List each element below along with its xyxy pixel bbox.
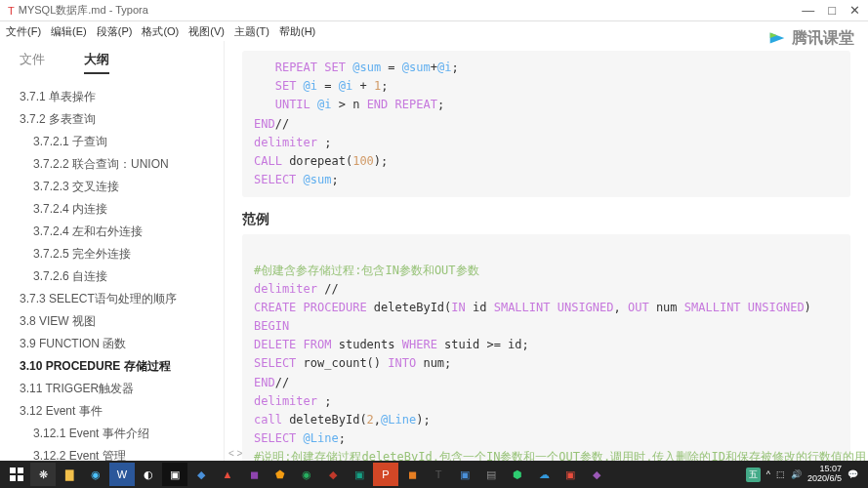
outline-item[interactable]: 3.8 VIEW 视图 bbox=[0, 310, 224, 333]
svg-rect-2 bbox=[10, 468, 16, 473]
tray-network-icon[interactable]: ⬚ bbox=[776, 469, 785, 479]
tb-app-1[interactable]: ❋ bbox=[30, 463, 56, 486]
menu-file[interactable]: 文件(F) bbox=[6, 24, 41, 39]
outline-item[interactable]: 3.12.2 Event 管理 bbox=[0, 445, 224, 461]
outline-list: 3.7.1 单表操作3.7.2 多表查询3.7.2.1 子查询3.7.2.2 联… bbox=[0, 82, 224, 461]
taskbar: ❋ ▇ ◉ W ◐ ▣ ◆ ▲ ◼ ⬟ ◉ ◆ ▣ P ◼ T ▣ ▤ ⬢ ☁ … bbox=[0, 461, 868, 488]
outline-item[interactable]: 3.7.2.2 联合查询：UNION bbox=[0, 153, 224, 176]
tb-app-2[interactable]: ◆ bbox=[188, 463, 214, 486]
tb-powerpoint[interactable]: P bbox=[373, 463, 398, 486]
tray-expand-icon[interactable]: ^ bbox=[766, 469, 770, 479]
outline-item[interactable]: 3.12 Event 事件 bbox=[0, 400, 224, 423]
outline-item[interactable]: 3.7.1 单表操作 bbox=[0, 86, 224, 108]
tb-app-5[interactable]: ⬟ bbox=[268, 463, 293, 486]
svg-rect-4 bbox=[10, 475, 16, 481]
heading-example: 范例 bbox=[242, 211, 850, 228]
menu-theme[interactable]: 主题(T) bbox=[234, 24, 269, 39]
svg-rect-5 bbox=[18, 475, 23, 481]
tb-app-8[interactable]: ▣ bbox=[347, 463, 372, 486]
tb-chrome[interactable]: ◐ bbox=[136, 463, 161, 486]
tb-app-3[interactable]: ▲ bbox=[215, 463, 240, 486]
sidebar-tab-file[interactable]: 文件 bbox=[20, 51, 45, 74]
sidebar: 文件 大纲 3.7.1 单表操作3.7.2 多表查询3.7.2.1 子查询3.7… bbox=[0, 41, 225, 461]
outline-item[interactable]: 3.7.2 多表查询 bbox=[0, 108, 224, 131]
outline-item[interactable]: 3.7.3 SELECT语句处理的顺序 bbox=[0, 288, 224, 310]
app-icon: T bbox=[8, 5, 15, 17]
menu-edit[interactable]: 编辑(E) bbox=[51, 24, 87, 39]
tb-terminal[interactable]: ▣ bbox=[162, 463, 187, 486]
system-tray[interactable]: 五 ^ ⬚ 🔊 15:07 2020/6/5 💬 bbox=[746, 465, 864, 484]
tb-app-13[interactable]: ⬢ bbox=[505, 463, 530, 486]
maximize-button[interactable]: □ bbox=[828, 3, 836, 18]
outline-item[interactable]: 3.7.2.4 左和右外连接 bbox=[0, 221, 224, 243]
tb-app-15[interactable]: ▣ bbox=[558, 463, 583, 486]
outline-item[interactable]: 3.12.1 Event 事件介绍 bbox=[0, 423, 224, 445]
minimize-button[interactable]: — bbox=[802, 3, 814, 18]
menu-help[interactable]: 帮助(H) bbox=[279, 24, 315, 39]
tb-app-14[interactable]: ☁ bbox=[531, 463, 557, 486]
tb-app-16[interactable]: ◆ bbox=[584, 463, 609, 486]
close-button[interactable]: ✕ bbox=[849, 3, 860, 18]
tb-app-9[interactable]: ◼ bbox=[399, 463, 425, 486]
titlebar: T MYSQL数据库.md - Typora — □ ✕ bbox=[0, 0, 868, 21]
window-title: MYSQL数据库.md - Typora bbox=[19, 3, 802, 18]
outline-item[interactable]: 3.9 FUNCTION 函数 bbox=[0, 333, 224, 355]
outline-item[interactable]: 3.7.2.6 自连接 bbox=[0, 265, 224, 288]
outline-item[interactable]: 3.7.2.5 完全外连接 bbox=[0, 243, 224, 265]
outline-item[interactable]: 3.7.2.1 子查询 bbox=[0, 131, 224, 153]
tb-app-12[interactable]: ▤ bbox=[478, 463, 504, 486]
editor-main[interactable]: REPEAT SET @sum = @sum+@i; SET @i = @i +… bbox=[225, 41, 868, 461]
codeblock-dorepeat[interactable]: REPEAT SET @sum = @sum+@i; SET @i = @i +… bbox=[242, 51, 850, 197]
tb-app-7[interactable]: ◆ bbox=[320, 463, 346, 486]
tb-app-6[interactable]: ◉ bbox=[294, 463, 319, 486]
tb-explorer[interactable]: ▇ bbox=[57, 463, 82, 486]
tb-word[interactable]: W bbox=[109, 463, 135, 486]
start-button[interactable] bbox=[4, 463, 29, 486]
tb-app-4[interactable]: ◼ bbox=[241, 463, 267, 486]
brand-watermark: 腾讯课堂 bbox=[766, 27, 854, 49]
tb-edge[interactable]: ◉ bbox=[83, 463, 108, 486]
outline-item[interactable]: 3.11 TRIGGER触发器 bbox=[0, 378, 224, 400]
tray-clock[interactable]: 15:07 2020/6/5 bbox=[807, 465, 842, 484]
svg-rect-3 bbox=[18, 468, 23, 473]
tray-notification-icon[interactable]: 💬 bbox=[847, 469, 858, 479]
menubar: 文件(F) 编辑(E) 段落(P) 格式(O) 视图(V) 主题(T) 帮助(H… bbox=[0, 21, 868, 41]
tb-app-11[interactable]: ▣ bbox=[452, 463, 477, 486]
menu-format[interactable]: 格式(O) bbox=[142, 24, 179, 39]
tb-app-10[interactable]: T bbox=[426, 463, 451, 486]
outline-item[interactable]: 3.10 PROCEDURE 存储过程 bbox=[0, 355, 224, 378]
menu-paragraph[interactable]: 段落(P) bbox=[97, 24, 133, 39]
outline-item[interactable]: 3.7.2.4 内连接 bbox=[0, 198, 224, 221]
tray-ime-icon[interactable]: 五 bbox=[746, 468, 761, 482]
scroll-hint[interactable]: < > bbox=[228, 448, 242, 459]
sidebar-tab-outline[interactable]: 大纲 bbox=[84, 51, 109, 74]
brand-logo-icon bbox=[766, 27, 788, 49]
menu-view[interactable]: 视图(V) bbox=[188, 24, 225, 39]
outline-item[interactable]: 3.7.2.3 交叉连接 bbox=[0, 176, 224, 198]
codeblock-deletebyid[interactable]: #创建含参存储过程:包含IN参数和OUT参数 delimiter // CREA… bbox=[242, 234, 850, 461]
tray-volume-icon[interactable]: 🔊 bbox=[791, 469, 802, 479]
brand-text: 腾讯课堂 bbox=[792, 28, 854, 49]
